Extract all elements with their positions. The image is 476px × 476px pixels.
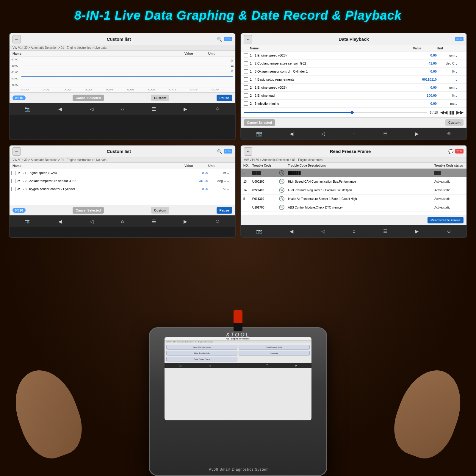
nav4-back-icon[interactable]: ◁	[321, 228, 325, 234]
nav3-apps-icon[interactable]: ☺	[215, 219, 220, 224]
playback-play-pause[interactable]: ▮▮	[449, 109, 455, 115]
nav3-vol-up-icon[interactable]: ▶	[184, 219, 187, 224]
row4-chevron[interactable]: ⌄	[455, 77, 464, 82]
dtc-search-icon[interactable]: 🔍	[279, 179, 284, 184]
p3-row1-chevron[interactable]: ⌄	[226, 170, 232, 175]
nav2-vol-up-icon[interactable]: ▶	[415, 131, 419, 137]
panel3-custom-btn[interactable]: Custom	[151, 207, 169, 214]
nav2-vol-down-icon[interactable]: ◀	[290, 131, 293, 137]
row2-checkbox[interactable]	[244, 61, 248, 65]
chart-icon-3[interactable]: ✕	[231, 69, 234, 73]
row5-checkbox[interactable]	[244, 85, 248, 90]
nav4-home-icon[interactable]: ⌂	[353, 228, 356, 234]
panel2-back-button[interactable]: ←	[244, 35, 252, 43]
nav-menu-icon[interactable]: ☰	[152, 106, 156, 112]
p3-row3-checkbox[interactable]	[11, 187, 15, 191]
panel1-header-icons: 🔍 92%	[217, 37, 232, 42]
row7-chevron[interactable]: ⌄	[455, 101, 464, 106]
nav3-home-icon[interactable]: ⌂	[121, 219, 124, 224]
playback-skip-back[interactable]: ◀◀	[440, 109, 447, 115]
row6-name: 2 - 2 Engine load	[250, 94, 413, 97]
row4-checkbox[interactable]	[244, 77, 248, 82]
nav3-photo-icon[interactable]: 📷	[25, 219, 31, 224]
dtc-search-icon[interactable]: 🔍	[279, 205, 284, 210]
screens-container: ← Custom list 🔍 92% VW V14.30 > Automati…	[9, 33, 467, 238]
nav2-menu-icon[interactable]: ☰	[383, 131, 387, 137]
nav2-photo-icon[interactable]: 📷	[256, 131, 262, 137]
chart-controls: △ ☰ ✕	[231, 58, 234, 73]
panel1-custom-btn[interactable]: Custom	[151, 95, 169, 101]
device-btn-ecu[interactable]: Read ECU Information	[166, 345, 237, 350]
nav4-vol-up-icon[interactable]: ▶	[415, 228, 419, 234]
device-btn-clear[interactable]: Clear Trouble Code	[166, 351, 237, 356]
panel2-battery: 37%	[455, 37, 464, 41]
row1-chevron[interactable]: ⌄	[455, 53, 464, 58]
panel4-back-button[interactable]: ←	[244, 147, 252, 156]
chart-icon-1[interactable]: △	[231, 58, 234, 62]
device-nav-vol[interactable]: ▶	[295, 364, 297, 367]
dtc-search-icon[interactable]: 🔍	[279, 170, 284, 176]
row6-chevron[interactable]: ⌄	[455, 93, 464, 98]
p3-row2-chevron[interactable]: ⌄	[226, 178, 232, 183]
row1-checkbox[interactable]	[244, 53, 248, 57]
device-area: XTOOL G1 - Engine electronics VW V14.30 …	[0, 253, 476, 476]
panel2-custom-btn[interactable]: Custom	[445, 119, 464, 126]
nav3-menu-icon[interactable]: ☰	[152, 219, 156, 224]
device-btn-freeze[interactable]: Read Freeze Frame	[166, 357, 237, 361]
panel1-search-icon[interactable]: 🔍	[217, 37, 222, 42]
panel3-cancel-btn[interactable]: Cancel Selected	[73, 207, 104, 214]
row7-checkbox[interactable]	[244, 101, 248, 106]
panel2-cancel-btn[interactable]: Cancel Selected	[244, 119, 275, 126]
nav-back-icon[interactable]: ◁	[90, 106, 93, 112]
panel4-freeze-btn[interactable]: Read Freeze Frame	[428, 217, 464, 223]
p3-row3-chevron[interactable]: ⌄	[226, 187, 232, 191]
panel1-cancel-btn[interactable]: Cancel Selected	[73, 95, 104, 101]
dtc-code: ████	[252, 171, 279, 175]
nav2-back-icon[interactable]: ◁	[321, 131, 325, 137]
nav4-photo-icon[interactable]: 📷	[256, 228, 262, 234]
dtc-search-icon[interactable]: 🔍	[279, 196, 284, 201]
row3-chevron[interactable]: ⌄	[455, 69, 464, 74]
nav-home-icon[interactable]: ⌂	[121, 106, 124, 112]
left-hand	[4, 361, 91, 466]
nav4-vol-down-icon[interactable]: ◀	[290, 228, 293, 234]
nav-photo-icon[interactable]: 📷	[25, 106, 31, 112]
device-screen[interactable]: G1 - Engine electronics VW V14.30 > Auto…	[165, 337, 311, 420]
panel1-back-button[interactable]: ←	[12, 35, 21, 43]
progress-track[interactable]	[244, 112, 427, 113]
nav-vol-up-icon[interactable]: ▶	[184, 106, 187, 112]
panel3-search-icon[interactable]: 🔍	[217, 149, 222, 154]
nav4-menu-icon[interactable]: ☰	[383, 228, 387, 234]
device-mini-breadcrumb: VW V14.30 > Automatic Detection > 01 - E…	[165, 341, 311, 343]
nav4-apps-icon[interactable]: ☺	[447, 228, 451, 234]
nav-apps-icon[interactable]: ☺	[215, 106, 220, 112]
device-btn-trouble[interactable]: Read Trouble Code	[239, 345, 310, 350]
nav3-vol-down-icon[interactable]: ◀	[58, 219, 62, 224]
device-nav-menu[interactable]: ☰	[266, 364, 268, 367]
panel2-header-icons: 37%	[455, 37, 464, 41]
playback-skip-fwd[interactable]: ▶▶	[456, 109, 464, 115]
device-nav-icon[interactable]: 📷	[179, 364, 182, 367]
nav2-apps-icon[interactable]: ☺	[447, 131, 451, 136]
device-btn-live[interactable]: Live data	[239, 351, 310, 356]
dtc-search-icon[interactable]: 🔍	[279, 187, 284, 193]
chart-icon-2[interactable]: ☰	[231, 63, 234, 68]
device-label: IP508 Smart Diagnostics System	[150, 467, 326, 472]
p3-row1-checkbox[interactable]	[11, 171, 15, 175]
nav3-back-icon[interactable]: ◁	[90, 219, 93, 224]
row5-chevron[interactable]: ⌄	[455, 85, 464, 90]
panel3-back-button[interactable]: ←	[12, 147, 21, 156]
device-nav-back[interactable]: ◁	[209, 364, 211, 367]
panel3-pause-btn[interactable]: Pause	[217, 207, 232, 214]
panel4-chat-icon[interactable]: 💬	[448, 149, 453, 154]
panel4-table-header: NO. Trouble Code Trouble Code Descriptio…	[241, 163, 466, 169]
device-nav-home[interactable]: ⌂	[238, 364, 239, 367]
panel1-pause-btn[interactable]: Pause	[217, 95, 232, 101]
nav-vol-down-icon[interactable]: ◀	[58, 106, 62, 112]
nav2-home-icon[interactable]: ⌂	[353, 131, 356, 136]
row2-chevron[interactable]: ⌄	[455, 61, 464, 66]
dtc-status: ███	[434, 171, 464, 175]
row3-checkbox[interactable]	[244, 69, 248, 73]
p3-row2-checkbox[interactable]	[11, 179, 15, 183]
row6-checkbox[interactable]	[244, 93, 248, 98]
